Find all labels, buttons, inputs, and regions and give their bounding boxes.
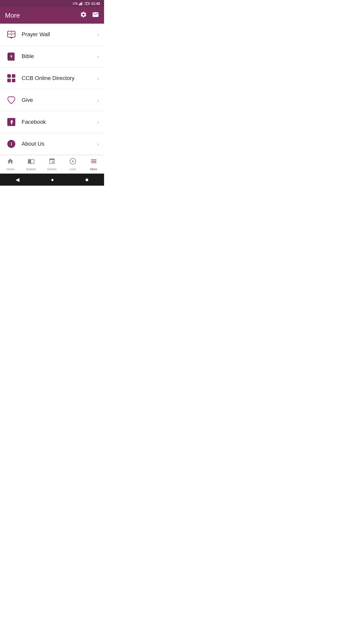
more-icon (90, 158, 97, 167)
menu-item-give[interactable]: Give › (0, 89, 104, 111)
mail-icon[interactable] (92, 11, 99, 20)
about-us-chevron: › (97, 141, 99, 147)
nav-item-live[interactable]: Live! (62, 155, 83, 174)
home-button[interactable]: ● (51, 177, 54, 183)
nav-item-home[interactable]: Home (0, 155, 21, 174)
svg-rect-16 (12, 79, 15, 82)
prayer-wall-icon-wrapper: ✝ ✝ (5, 28, 18, 41)
svg-rect-3 (82, 2, 83, 5)
bottom-nav: Home Bulletin Events Live! (0, 155, 104, 174)
menu-item-ccb-directory[interactable]: CCB Online Directory › (0, 67, 104, 89)
menu-item-prayer-wall[interactable]: ✝ ✝ Prayer Wall › (0, 24, 104, 46)
bible-icon: ✝ (6, 51, 16, 61)
give-label: Give (22, 97, 97, 103)
menu-list: ✝ ✝ Prayer Wall › ✝ Bible › CC (0, 24, 104, 155)
svg-text:✝: ✝ (11, 31, 13, 34)
system-nav: ◀ ● ■ (0, 174, 104, 186)
ccb-directory-label: CCB Online Directory (22, 75, 97, 82)
prayer-wall-label: Prayer Wall (22, 31, 97, 38)
nav-bulletin-label: Bulletin (26, 168, 36, 171)
live-icon (69, 158, 76, 167)
nav-item-more[interactable]: More (83, 155, 104, 174)
directory-icon-wrapper (5, 72, 18, 85)
recent-button[interactable]: ■ (85, 177, 88, 183)
signal-icon (79, 2, 83, 5)
status-bar: LTE 11:42 (0, 0, 104, 7)
svg-text:✝: ✝ (11, 34, 12, 36)
svg-text:✝: ✝ (10, 55, 13, 59)
page-title: More (5, 12, 20, 19)
settings-icon[interactable] (80, 11, 87, 20)
svg-rect-0 (79, 4, 80, 5)
svg-rect-2 (81, 2, 82, 5)
nav-live-label: Live! (70, 168, 76, 171)
lte-label: LTE (73, 2, 78, 5)
nav-home-label: Home (6, 168, 14, 171)
facebook-icon (6, 117, 16, 127)
prayer-wall-chevron: › (97, 32, 99, 37)
give-icon (6, 95, 16, 105)
status-icons: LTE 11:42 (73, 2, 100, 6)
header: More (0, 7, 104, 24)
nav-item-bulletin[interactable]: Bulletin (21, 155, 42, 174)
svg-rect-14 (12, 74, 15, 78)
facebook-label: Facebook (22, 119, 97, 125)
svg-text:i: i (11, 141, 12, 146)
nav-item-events[interactable]: Events (42, 155, 63, 174)
header-actions (80, 11, 99, 20)
menu-item-bible[interactable]: ✝ Bible › (0, 46, 104, 67)
battery-icon (85, 2, 90, 5)
svg-rect-13 (7, 74, 11, 78)
bible-chevron: › (97, 54, 99, 59)
home-icon (7, 158, 14, 167)
bible-icon-wrapper: ✝ (5, 50, 18, 63)
svg-rect-1 (80, 3, 81, 5)
svg-rect-15 (7, 79, 11, 82)
nav-more-label: More (90, 168, 97, 171)
facebook-icon-wrapper (5, 116, 18, 128)
facebook-chevron: › (97, 119, 99, 125)
menu-item-facebook[interactable]: Facebook › (0, 111, 104, 133)
about-icon-wrapper: i (5, 138, 18, 150)
svg-marker-21 (72, 160, 74, 162)
about-icon: i (6, 139, 16, 149)
bulletin-icon (28, 158, 35, 167)
svg-rect-5 (89, 3, 90, 4)
give-icon-wrapper (5, 94, 18, 106)
about-us-label: About Us (22, 141, 97, 147)
svg-rect-11 (8, 53, 9, 60)
give-chevron: › (97, 97, 99, 103)
status-time: 11:42 (91, 2, 100, 6)
nav-events-label: Events (48, 168, 57, 171)
prayer-wall-icon: ✝ ✝ (6, 29, 16, 39)
directory-icon (6, 73, 16, 83)
bible-label: Bible (22, 53, 97, 60)
ccb-directory-chevron: › (97, 75, 99, 81)
menu-item-about-us[interactable]: i About Us › (0, 133, 104, 155)
back-button[interactable]: ◀ (16, 177, 19, 183)
events-icon (49, 158, 56, 167)
